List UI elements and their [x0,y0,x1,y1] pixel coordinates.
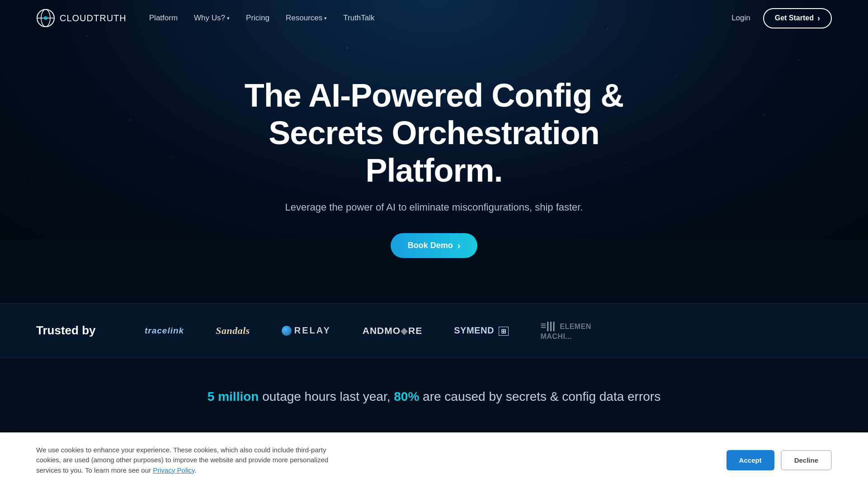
nav-right: Login Get Started › [731,8,832,28]
nav-item-whyus[interactable]: Why Us? ▾ [194,14,230,23]
stats-text: 5 million outage hours last year, 80% ar… [36,389,832,404]
logo[interactable]: CLOUDTRUTH [36,9,127,28]
logo-symend: SYMEND ⊞ [454,325,509,336]
login-link[interactable]: Login [731,14,750,23]
nav-link-whyus[interactable]: Why Us? ▾ [194,14,230,23]
nav-item-pricing[interactable]: Pricing [246,14,269,23]
logo-elementmachine: ≡||| ELEMENMACHI... [540,320,591,341]
accept-button[interactable]: Accept [726,450,774,470]
logo-text: CLOUDTRUTH [60,13,127,23]
stats-text-2: are caused by secrets & config data erro… [423,389,660,404]
svg-point-3 [44,16,47,20]
get-started-button[interactable]: Get Started › [763,8,832,28]
decline-button[interactable]: Decline [781,450,832,470]
nav-links: Platform Why Us? ▾ Pricing Resources ▾ T… [149,14,375,23]
cookie-banner: We use cookies to enhance your experienc… [0,432,868,488]
logo-icon [36,9,55,28]
logo-relay: RELAY [282,325,331,336]
hero-subheading: Leverage the power of AI to eliminate mi… [9,202,859,213]
whyus-dropdown-arrow: ▾ [227,15,230,21]
stats-section: 5 million outage hours last year, 80% ar… [0,358,868,431]
nav-item-truthtalk[interactable]: TruthTalk [343,14,374,23]
nav-item-resources[interactable]: Resources ▾ [286,14,327,23]
nav-link-platform[interactable]: Platform [149,14,178,22]
trusted-by-label: Trusted by [36,324,145,338]
resources-dropdown-arrow: ▾ [324,15,327,21]
navbar: CLOUDTRUTH Platform Why Us? ▾ Pricing Re… [0,0,868,36]
nav-link-resources[interactable]: Resources ▾ [286,14,327,23]
stats-highlight-pct: 80% [394,389,419,404]
nav-link-truthtalk[interactable]: TruthTalk [343,14,374,22]
logo-sandals: Sandals [216,325,250,337]
privacy-policy-link[interactable]: Privacy Policy [153,466,194,474]
relay-globe-icon [282,326,292,336]
trusted-by-band: Trusted by tracelink Sandals RELAY ANDMO… [0,303,868,358]
nav-link-pricing[interactable]: Pricing [246,14,269,22]
logo-tracelink: tracelink [145,326,184,336]
hero-heading: The AI-Powered Config & Secrets Orchestr… [231,77,637,189]
stats-highlight-million: 5 million [208,389,259,404]
stats-text-1: outage hours last year, [262,389,394,404]
cookie-buttons: Accept Decline [726,450,832,470]
book-demo-button[interactable]: Book Demo › [391,233,478,258]
book-demo-arrow-icon: › [458,240,461,251]
logo-andmore: ANDMO◆RE [363,325,423,336]
nav-item-platform[interactable]: Platform [149,14,178,23]
trusted-logos-row: tracelink Sandals RELAY ANDMO◆RE SYMEND … [145,320,832,341]
hero-section: The AI-Powered Config & Secrets Orchestr… [0,36,868,303]
get-started-arrow-icon: › [817,14,820,23]
nav-left: CLOUDTRUTH Platform Why Us? ▾ Pricing Re… [36,9,375,28]
cookie-message: We use cookies to enhance your experienc… [36,445,353,476]
